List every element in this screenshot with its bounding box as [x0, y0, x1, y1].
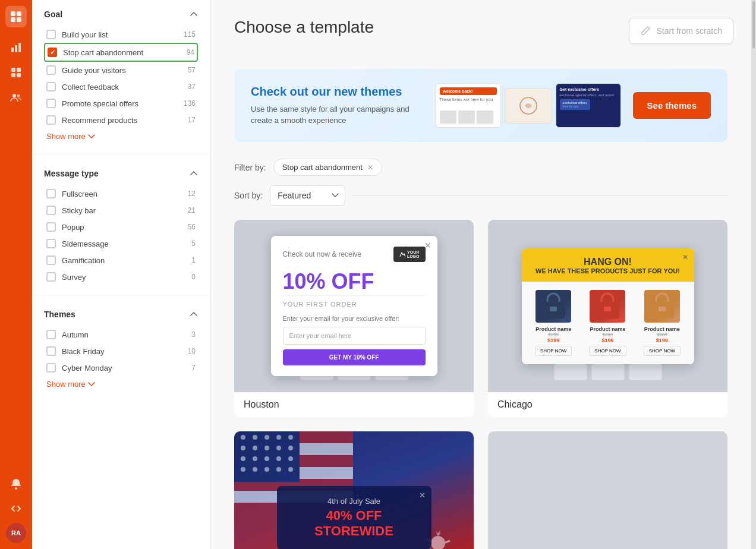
msg-count-gamification: 1 [191, 256, 196, 264]
svg-point-40 [241, 456, 245, 461]
theme-checkbox-cyber-monday[interactable] [46, 363, 56, 373]
goal-item-guide-visitors[interactable]: Guide your visitors 57 [44, 62, 198, 78]
nav-icon-code[interactable] [5, 498, 27, 519]
goal-label-stop-cart: Stop cart abandonment [63, 48, 187, 57]
houston-tagline: Check out now & receive [283, 250, 362, 258]
sort-select[interactable]: Featured Newest Oldest Most popular [270, 185, 345, 206]
svg-rect-0 [11, 11, 15, 16]
active-filter-tag[interactable]: Stop cart abandonment ✕ [273, 159, 382, 176]
msg-checkbox-sticky-bar[interactable] [46, 206, 56, 215]
goal-item-recommend-products[interactable]: Recommend products 17 [44, 112, 198, 128]
msg-item-gamification[interactable]: Gamification 1 [44, 252, 198, 269]
message-type-header[interactable]: Message type [44, 169, 198, 178]
msg-label-sticky-bar: Sticky bar [62, 206, 188, 215]
nav-icon-bell[interactable] [5, 473, 27, 494]
theme-item-autumn[interactable]: Autumn 3 [44, 326, 198, 343]
chicago-product-name-3: Product name [637, 326, 686, 332]
scrollbar[interactable] [751, 0, 756, 549]
msg-count-fullscreen: 12 [188, 190, 196, 198]
filter-bar: Filter by: Stop cart abandonment ✕ [234, 159, 727, 176]
template-card-houston[interactable]: ✕ Check out now & receive YOURLOGO 10% O… [234, 220, 474, 417]
themes-section-title: Themes [44, 310, 75, 319]
theme-item-black-friday[interactable]: Black Friday 10 [44, 343, 198, 359]
banner-text: Check out our new themes Use the same st… [251, 85, 424, 127]
start-from-scratch-button[interactable]: Start from scratch [629, 18, 733, 44]
svg-rect-8 [17, 68, 21, 72]
theme-checkbox-black-friday[interactable] [46, 346, 56, 356]
template-card-july[interactable]: ✕ 4th of July Sale 40% OFF STOREWIDE 4th… [234, 431, 474, 549]
nav-icon-chart[interactable] [5, 37, 27, 58]
msg-checkbox-fullscreen[interactable] [46, 189, 56, 198]
goal-checkbox-promote-offers[interactable] [46, 99, 56, 108]
msg-checkbox-popup[interactable] [46, 222, 56, 232]
template-card-placeholder[interactable]: SHOP NOW Template [488, 431, 727, 549]
msg-item-survey[interactable]: Survey 0 [44, 269, 198, 285]
message-type-section: Message type Fullscreen 12 Sticky bar 21… [32, 159, 210, 290]
goal-item-build-list[interactable]: Build your list 115 [44, 26, 198, 43]
user-avatar[interactable]: RA [6, 523, 26, 543]
goal-item-promote-offers[interactable]: Promote special offers 136 [44, 95, 198, 112]
svg-rect-16 [550, 307, 557, 311]
themes-section-header[interactable]: Themes [44, 310, 198, 319]
chicago-shop-btn-2[interactable]: SHOP NOW [589, 346, 626, 356]
banner-description: Use the same style for all your campaign… [251, 103, 424, 127]
svg-point-32 [264, 435, 269, 440]
goal-count-recommend-products: 17 [188, 116, 196, 124]
goal-checkbox-stop-cart[interactable] [48, 48, 57, 57]
msg-label-gamification: Gamification [62, 256, 191, 265]
msg-checkbox-gamification[interactable] [46, 255, 56, 265]
chicago-product-new-1: $199 [529, 337, 578, 343]
msg-item-sticky-bar[interactable]: Sticky bar 21 [44, 202, 198, 219]
chicago-products: Product name $299 $199 SHOP NOW [522, 282, 694, 364]
houston-preview: ✕ Check out now & receive YOURLOGO 10% O… [234, 220, 474, 392]
goal-checkbox-recommend-products[interactable] [46, 115, 56, 125]
remove-filter-button[interactable]: ✕ [367, 163, 373, 172]
chicago-shop-btn-3[interactable]: SHOP NOW [644, 346, 681, 356]
msg-count-sticky-bar: 21 [188, 206, 196, 214]
theme-label-black-friday: Black Friday [62, 347, 188, 356]
svg-rect-1 [17, 11, 21, 16]
chicago-product-img-2 [590, 290, 625, 323]
goal-item-stop-cart[interactable]: Stop cart abandonment 94 [44, 43, 198, 62]
svg-point-13 [15, 487, 17, 490]
goal-checkbox-build-list[interactable] [46, 30, 56, 39]
scratch-btn-label: Start from scratch [657, 26, 722, 36]
goal-show-more[interactable]: Show more [44, 128, 198, 144]
chicago-shop-btn-1[interactable]: SHOP NOW [535, 346, 572, 356]
theme-checkbox-autumn[interactable] [46, 330, 56, 339]
msg-checkbox-survey[interactable] [46, 272, 56, 282]
goal-checkbox-collect-feedback[interactable] [46, 82, 56, 91]
msg-checkbox-sidemessage[interactable] [46, 239, 56, 248]
chicago-product-old-2: $289 [583, 332, 632, 337]
theme-item-cyber-monday[interactable]: Cyber Monday 7 [44, 359, 198, 376]
banner-images: Welcome back! These items are here for y… [436, 83, 621, 128]
msg-item-popup[interactable]: Popup 56 [44, 219, 198, 235]
nav-logo[interactable] [5, 6, 27, 27]
themes-show-more[interactable]: Show more [44, 376, 198, 392]
chicago-product-3: Product name $289 $199 SHOP NOW [637, 290, 686, 356]
goal-checkbox-guide-visitors[interactable] [46, 65, 56, 75]
chicago-product-old-3: $289 [637, 332, 686, 337]
main-content: Check out our new themes Use the same st… [210, 51, 751, 549]
msg-label-sidemessage: Sidemessage [62, 239, 191, 248]
svg-point-41 [253, 456, 257, 461]
msg-item-fullscreen[interactable]: Fullscreen 12 [44, 185, 198, 202]
nav-icon-layout[interactable] [5, 62, 27, 83]
chicago-product-name-1: Product name [529, 326, 578, 332]
banner-preview-3: Get exclusive offers exclusive special o… [556, 83, 621, 128]
theme-count-black-friday: 10 [188, 347, 196, 355]
july-close-icon: ✕ [419, 491, 426, 500]
svg-point-35 [241, 446, 245, 450]
goal-section-header[interactable]: Goal [44, 10, 198, 19]
svg-rect-9 [11, 73, 15, 77]
nav-icon-users[interactable] [5, 87, 27, 108]
msg-count-survey: 0 [191, 273, 196, 281]
goal-label-promote-offers: Promote special offers [62, 99, 184, 108]
template-card-chicago[interactable]: ✕ HANG ON! WE HAVE THESE PRODUCTS JUST F… [488, 220, 727, 417]
houston-discount: 10% OFF [283, 269, 426, 294]
goal-item-collect-feedback[interactable]: Collect feedback 37 [44, 78, 198, 95]
msg-item-sidemessage[interactable]: Sidemessage 5 [44, 235, 198, 252]
template-grid: ✕ Check out now & receive YOURLOGO 10% O… [234, 220, 727, 549]
see-themes-button[interactable]: See themes [633, 92, 711, 119]
svg-point-46 [253, 467, 257, 472]
